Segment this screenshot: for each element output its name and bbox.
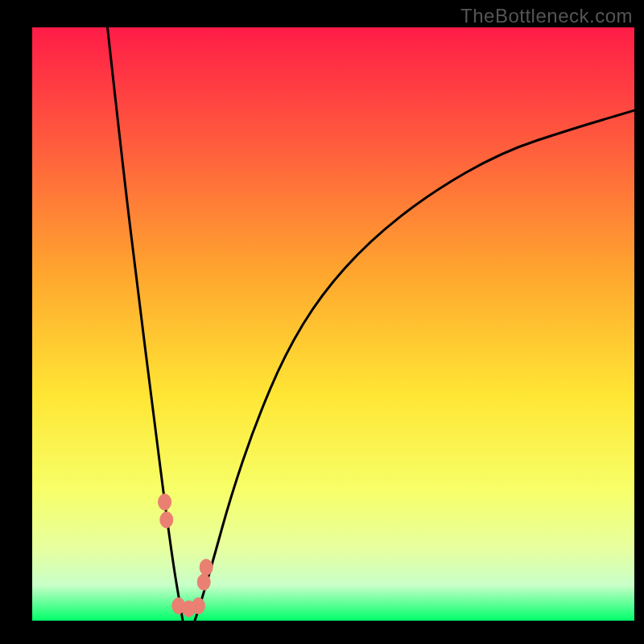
left-upper-marker	[159, 494, 171, 510]
right-upper-marker-2	[200, 559, 213, 576]
right-upper-marker	[197, 574, 210, 590]
plot-area	[32, 27, 634, 621]
bottleneck-curve-chart	[0, 0, 644, 644]
valley-right-marker	[192, 598, 204, 614]
chart-container: { "watermark": "TheBottleneck.com", "col…	[0, 0, 644, 644]
left-upper-marker-2	[160, 512, 173, 528]
